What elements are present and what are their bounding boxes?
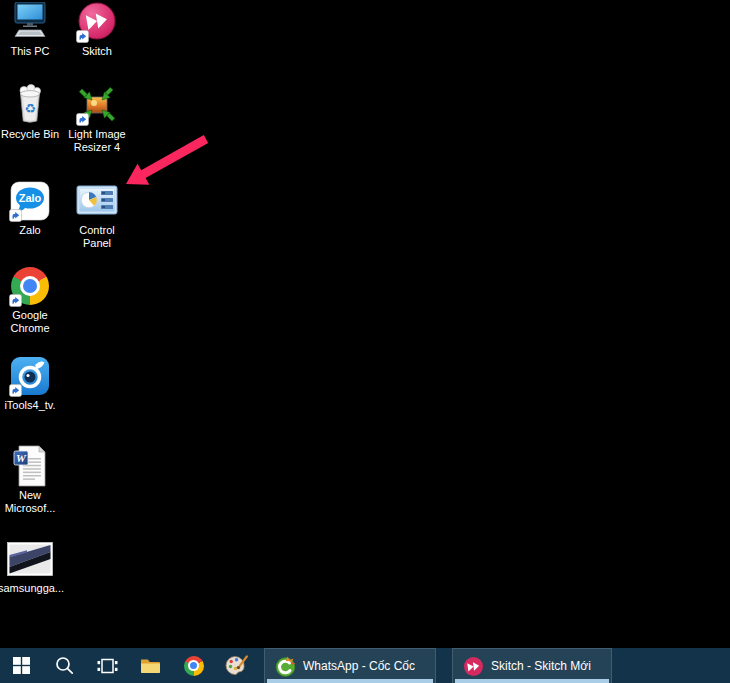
word-document-icon: W [12,445,48,487]
taskbar-app-skitch[interactable]: Skitch - Skitch Mới [452,648,612,683]
coccoc-icon [275,656,296,677]
icon-label: Google Chrome [0,309,62,335]
desktop-icon-light-image-resizer[interactable]: Light Image Resizer 4 [63,84,131,154]
icon-label: New Microsof... [0,489,62,515]
windows-logo-icon [13,657,30,674]
task-view-icon [97,657,118,675]
svg-text:Zalo: Zalo [19,192,42,204]
desktop-icon-samsung-photo[interactable]: samsungga... [0,538,64,595]
shortcut-arrow-icon [9,209,22,222]
desktop-icon-recycle-bin[interactable]: ♻ Recycle Bin [0,84,64,141]
desktop-icon-google-chrome[interactable]: Google Chrome [0,265,64,335]
icon-label: This PC [10,45,49,58]
shortcut-arrow-icon [76,113,89,126]
taskbar-app-whatsapp-coccoc[interactable]: WhatsApp - Cốc Cốc [264,648,436,683]
photo-thumbnail-icon [7,542,53,576]
icon-label: Skitch [82,45,112,58]
icon-label: Recycle Bin [1,128,59,141]
taskbar-app-label: Skitch - Skitch Mới [491,659,591,673]
icon-label: samsungga... [0,582,62,595]
svg-text:♻: ♻ [24,101,36,116]
task-view-button[interactable] [86,648,129,683]
desktop-icon-this-pc[interactable]: This PC [0,1,64,58]
recycle-bin-icon: ♻ [10,84,50,126]
windows-desktop: { "desktop": { "background": "#000000", … [0,0,730,683]
paint-palette-icon [225,655,248,676]
desktop-icon-skitch[interactable]: Skitch [63,1,131,58]
search-button[interactable] [43,648,86,683]
file-explorer-button[interactable] [129,648,172,683]
chrome-icon [184,656,204,676]
this-pc-icon [10,2,50,42]
icon-label: Light Image Resizer 4 [65,128,129,154]
folder-icon [140,657,161,674]
start-button[interactable] [0,648,43,683]
skitch-icon [463,656,484,677]
desktop-icon-zalo[interactable]: Zalo Zalo [0,180,64,237]
svg-text:W: W [16,452,27,464]
taskbar: WhatsApp - Cốc Cốc Skitch - Skitch Mới [0,648,730,683]
taskbar-app-label: WhatsApp - Cốc Cốc [303,659,415,673]
shortcut-arrow-icon [9,384,22,397]
desktop-icon-itools[interactable]: iTools4_tv. [0,355,64,412]
search-icon [55,656,74,675]
control-panel-icon [76,185,118,217]
icon-label: iTools4_tv. [4,399,55,412]
icon-label: Zalo [19,224,40,237]
shortcut-arrow-icon [9,294,22,307]
desktop-icon-control-panel[interactable]: Control Panel [63,180,131,250]
shortcut-arrow-icon [76,30,89,43]
chrome-taskbar-button[interactable] [172,648,215,683]
paint-3d-button[interactable] [215,648,258,683]
icon-label: Control Panel [65,224,129,250]
desktop-icon-new-word-document[interactable]: W New Microsof... [0,445,64,515]
